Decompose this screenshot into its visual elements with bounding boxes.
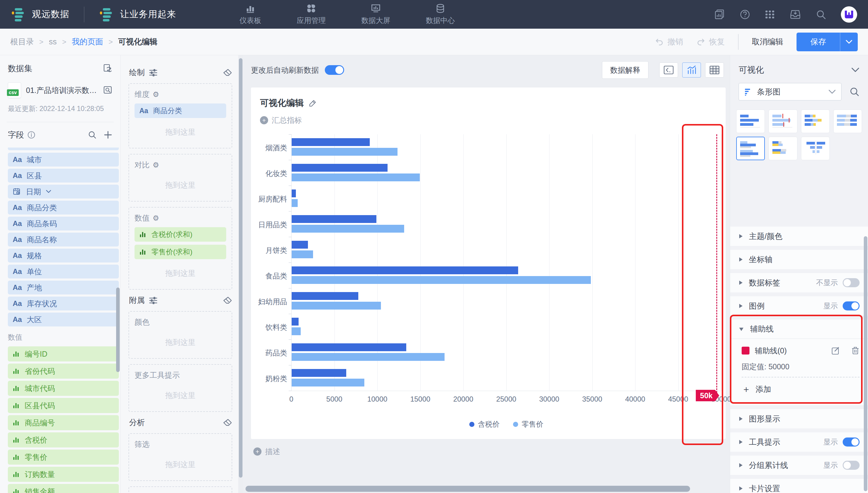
toggle-switch[interactable]: [843, 301, 860, 310]
search-fields-icon[interactable]: [88, 130, 97, 140]
field-chip-城市[interactable]: Aa城市: [8, 153, 119, 167]
cancel-edit-button[interactable]: 取消编辑: [752, 37, 783, 47]
save-button[interactable]: 保存: [797, 33, 858, 51]
accordion-section-主题/颜色[interactable]: 主题/颜色: [730, 227, 868, 246]
field-chip-商品分类[interactable]: Aa商品分类: [8, 201, 119, 215]
field-chip-商品编号[interactable]: 商品编号: [8, 415, 119, 430]
save-dropdown-caret[interactable]: [840, 33, 858, 51]
field-chip-大区[interactable]: Aa大区: [8, 313, 119, 326]
gear-icon[interactable]: ⚙: [153, 162, 159, 169]
add-guide-line-button[interactable]: ＋添加: [742, 379, 860, 399]
code-view-button[interactable]: [659, 62, 678, 78]
shelf-chip-商品分类[interactable]: Aa商品分类: [134, 104, 226, 118]
nav-item-数据大屏[interactable]: 数据大屏: [361, 4, 390, 25]
eraser-icon[interactable]: [223, 69, 231, 77]
avatar[interactable]: [841, 6, 857, 23]
data-explain-button[interactable]: 数据解释: [602, 61, 648, 79]
shelf-chip-零售价(求和)[interactable]: 零售价(求和): [134, 245, 226, 259]
toggle-switch[interactable]: [843, 437, 860, 447]
toggle-switch[interactable]: [843, 461, 860, 470]
field-chip-库存状况[interactable]: Aa库存状况: [8, 297, 119, 310]
breadcrumb-item-根目录[interactable]: 根目录: [10, 37, 34, 47]
chart-subtype-bar-target[interactable]: [769, 109, 797, 133]
dataset-row[interactable]: csv 01.产品培训演示数据…: [8, 82, 112, 98]
accordion-section-分组累计线[interactable]: 分组累计线显示: [730, 456, 868, 475]
field-chip-单位[interactable]: Aa单位: [8, 264, 119, 278]
field-chip-产地[interactable]: Aa产地: [8, 281, 119, 295]
edit-guide-line-icon[interactable]: [831, 346, 840, 355]
chart-subtype-bar-bidirectional[interactable]: [801, 137, 830, 160]
shelf-对比[interactable]: 对比⚙拖到这里: [129, 154, 232, 201]
field-chip-省份代码[interactable]: 省份代码: [8, 364, 119, 379]
redo-button[interactable]: 恢复: [696, 37, 725, 47]
breadcrumb-item-我的页面[interactable]: 我的页面: [72, 37, 103, 47]
switch-dataset-icon[interactable]: [103, 64, 112, 73]
nav-item-仪表板[interactable]: 仪表板: [240, 4, 261, 25]
chart-subtype-bar-grouped-stacked[interactable]: [769, 137, 797, 160]
shelf-颜色[interactable]: 颜色拖到这里: [129, 311, 232, 359]
shelf-维度[interactable]: 维度⚙Aa商品分类拖到这里: [129, 83, 232, 148]
chart-subtype-bar-stacked[interactable]: [801, 109, 830, 133]
sidebar-scrollbar[interactable]: [116, 287, 120, 372]
accordion-section-卡片设置[interactable]: 卡片设置: [730, 479, 868, 493]
field-chip-含税价[interactable]: 含税价: [8, 432, 119, 447]
nav-item-应用管理[interactable]: 应用管理: [297, 4, 326, 25]
accordion-section-工具提示[interactable]: 工具提示显示: [730, 432, 868, 452]
shelf-chip-含税价(求和)[interactable]: 含税价(求和): [134, 227, 226, 242]
nav-item-数据中心[interactable]: 数据中心: [426, 4, 455, 25]
legend-item-含税价[interactable]: 含税价: [469, 420, 500, 429]
add-description-icon[interactable]: +: [253, 447, 262, 456]
undo-button[interactable]: 撤销: [655, 37, 683, 47]
add-field-icon[interactable]: [104, 130, 112, 140]
accordion-section-图例[interactable]: 图例显示: [730, 296, 868, 316]
field-chip-商品条码[interactable]: Aa商品条码: [8, 217, 119, 231]
horizontal-scrollbar[interactable]: [245, 486, 690, 492]
sliders-icon[interactable]: [149, 69, 157, 76]
guide-line-color-swatch[interactable]: [742, 347, 750, 355]
field-chip-订购数量[interactable]: 订购数量: [8, 467, 119, 482]
chart-subtype-bar-basic[interactable]: [736, 109, 765, 133]
inbox-download-icon[interactable]: [789, 9, 801, 20]
accordion-section-坐标轴[interactable]: 坐标轴: [730, 250, 868, 269]
field-chip-城市代码[interactable]: 城市代码: [8, 381, 119, 396]
auto-refresh-toggle[interactable]: [325, 65, 344, 75]
field-chip-区县[interactable]: Aa区县: [8, 169, 119, 183]
field-chip-区县代码[interactable]: 区县代码: [8, 398, 119, 413]
field-chip-编号ID[interactable]: 编号ID: [8, 346, 119, 361]
save-label[interactable]: 保存: [797, 33, 840, 51]
help-icon[interactable]: [739, 9, 750, 20]
collapse-panel-icon[interactable]: [851, 67, 860, 73]
shelf-排序[interactable]: 排序⚙拖到这里: [129, 486, 232, 493]
chart-subtype-bar-percent[interactable]: [833, 109, 862, 133]
accordion-section-图形显示[interactable]: 图形显示: [730, 409, 868, 428]
accordion-section-数据标签[interactable]: 数据标签不显示: [730, 273, 868, 292]
shelf-数值[interactable]: 数值⚙含税价(求和)零售价(求和)拖到这里: [129, 207, 232, 290]
shelf-筛选[interactable]: 筛选拖到这里: [129, 433, 232, 481]
gear-icon[interactable]: ⚙: [153, 215, 159, 222]
sliders-icon[interactable]: [149, 297, 157, 304]
gear-icon[interactable]: ⚙: [153, 91, 159, 98]
eraser-icon[interactable]: [223, 297, 231, 304]
panel-scrollbar[interactable]: [864, 236, 867, 491]
toggle-switch[interactable]: [843, 278, 860, 287]
grid-apps-icon[interactable]: [765, 9, 775, 20]
shelf-更多工具提示[interactable]: 更多工具提示拖到这里: [129, 364, 232, 412]
search-icon[interactable]: [816, 9, 826, 20]
search-chart-type-icon[interactable]: [849, 87, 860, 97]
field-chip-销售金额[interactable]: 销售金额: [8, 484, 119, 493]
accordion-header-辅助线[interactable]: 辅助线: [730, 320, 868, 339]
chart-subtype-bar-grouped[interactable]: [736, 137, 765, 160]
field-chip-日期[interactable]: 日期: [8, 185, 119, 198]
chart-type-select[interactable]: 条形图: [739, 83, 842, 101]
field-chip-规格[interactable]: Aa规格: [8, 249, 119, 262]
eraser-icon[interactable]: [223, 419, 231, 427]
preview-dataset-icon[interactable]: [103, 85, 112, 95]
description-row[interactable]: + 描述: [253, 447, 280, 456]
draw-panel-scrollbar[interactable]: [239, 58, 243, 478]
field-chip-商品名称[interactable]: Aa商品名称: [8, 233, 119, 246]
delete-guide-line-icon[interactable]: [851, 346, 860, 355]
report-icon[interactable]: [714, 9, 725, 20]
table-view-button[interactable]: [705, 62, 724, 78]
legend-item-零售价[interactable]: 零售价: [513, 420, 543, 429]
breadcrumb-item-ss[interactable]: ss: [49, 37, 57, 46]
